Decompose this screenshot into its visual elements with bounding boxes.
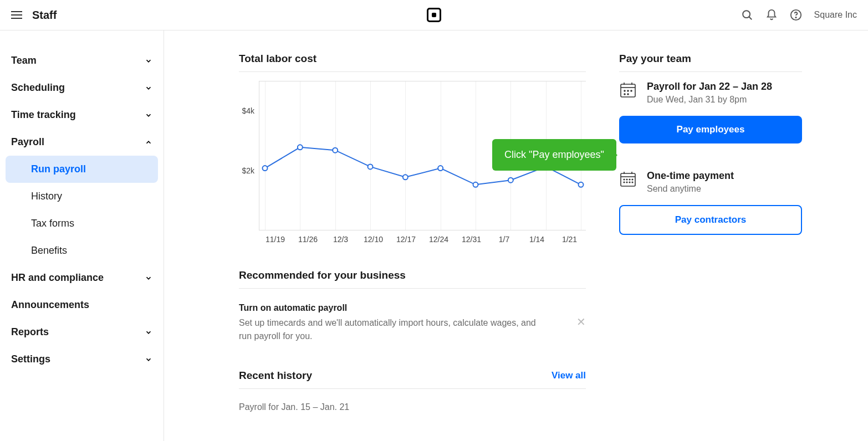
search-icon[interactable] [741, 9, 753, 21]
svg-point-32 [626, 182, 627, 183]
sidebar-item-payroll[interactable]: Payroll [6, 129, 158, 156]
recommendation-item[interactable]: Turn on automatic payroll Set up timecar… [239, 298, 586, 348]
chart-x-tick: 12/3 [324, 235, 357, 244]
sidebar-item-label: Announcements [11, 299, 89, 311]
view-all-link[interactable]: View all [552, 370, 586, 381]
topbar: Staff Square Inc [0, 0, 868, 30]
help-icon[interactable] [790, 9, 802, 21]
menu-icon[interactable] [11, 11, 22, 19]
chevron-up-icon [145, 139, 152, 146]
svg-point-22 [627, 94, 629, 95]
sidebar-item-label: Payroll [11, 136, 44, 148]
sidebar-subitem-history[interactable]: History [6, 183, 158, 210]
chart-x-tick: 12/24 [422, 235, 455, 244]
one-time-payment-card: One-time payment Send anytime [619, 170, 802, 194]
calendar-icon [619, 81, 637, 99]
svg-point-11 [508, 178, 513, 183]
chevron-down-icon [145, 274, 152, 282]
sidebar-item-settings[interactable]: Settings [6, 346, 158, 373]
sidebar-item-label: Scheduling [11, 82, 65, 94]
svg-point-20 [631, 90, 632, 91]
svg-point-28 [626, 179, 627, 180]
sidebar-item-label: HR and compliance [11, 272, 104, 284]
chevron-down-icon [145, 356, 152, 363]
sidebar-item-label: History [31, 191, 62, 202]
svg-point-6 [333, 148, 338, 153]
sidebar-item-label: Reports [11, 326, 49, 338]
sidebar: Team Scheduling Time tracking Payroll Ru… [0, 30, 164, 441]
svg-point-9 [438, 166, 443, 171]
sidebar-subitem-benefits[interactable]: Benefits [6, 237, 158, 264]
pay-your-team-title: Pay your team [619, 53, 802, 72]
sidebar-item-announcements[interactable]: Announcements [6, 291, 158, 319]
chart-x-tick: 12/31 [455, 235, 488, 244]
svg-point-34 [632, 182, 633, 183]
pay-contractors-button[interactable]: Pay contractors [619, 205, 802, 235]
chevron-down-icon [145, 57, 152, 65]
chart-x-tick: 12/17 [390, 235, 422, 244]
svg-point-19 [627, 90, 629, 91]
sidebar-item-label: Settings [11, 353, 50, 365]
sidebar-item-label: Team [11, 55, 37, 66]
svg-point-13 [579, 182, 584, 187]
svg-point-21 [624, 94, 625, 95]
sidebar-item-label: Benefits [31, 245, 67, 256]
square-logo-icon[interactable] [427, 8, 441, 22]
chevron-down-icon [145, 84, 152, 92]
svg-point-5 [298, 145, 303, 150]
sidebar-item-label: Run payroll [31, 163, 86, 175]
sidebar-subitem-run-payroll[interactable]: Run payroll [6, 156, 158, 183]
chart-y-tick: $2k [239, 166, 254, 175]
svg-point-3 [795, 17, 796, 18]
chevron-down-icon [145, 329, 152, 336]
recommendation-title: Turn on automatic payroll [239, 303, 543, 313]
chart-x-tick: 12/10 [357, 235, 390, 244]
svg-point-10 [473, 182, 478, 187]
sidebar-subitem-tax-forms[interactable]: Tax forms [6, 210, 158, 237]
total-labor-cost-title: Total labor cost [239, 53, 586, 72]
svg-point-30 [632, 179, 633, 180]
bell-icon[interactable] [765, 9, 778, 21]
page-section-title: Staff [32, 9, 57, 22]
svg-point-31 [624, 182, 625, 183]
payroll-card: Payroll for Jan 22 – Jan 28 Due Wed, Jan… [619, 81, 802, 105]
main-content: Total labor cost 11/1911/2612/312/1012/1… [164, 30, 868, 441]
svg-point-4 [263, 166, 268, 171]
recommendation-desc: Set up timecards and we'll automatically… [239, 316, 543, 343]
recommended-title: Recommended for your business [239, 269, 586, 289]
sidebar-item-label: Tax forms [31, 218, 74, 229]
pay-employees-button[interactable]: Pay employees [619, 116, 802, 143]
svg-point-8 [403, 175, 408, 180]
chart-x-tick: 1/21 [553, 235, 586, 244]
sidebar-item-scheduling[interactable]: Scheduling [6, 74, 158, 101]
sidebar-item-time-tracking[interactable]: Time tracking [6, 101, 158, 129]
chart-y-tick: $4k [239, 106, 254, 115]
one-time-payment-title: One-time payment [647, 170, 734, 182]
close-icon[interactable]: ✕ [576, 315, 586, 329]
tutorial-tooltip: Click "Pay employees" [492, 139, 616, 171]
one-time-payment-sub: Send anytime [647, 184, 734, 194]
svg-point-33 [629, 182, 630, 183]
account-name[interactable]: Square Inc [814, 10, 857, 20]
chevron-down-icon [145, 111, 152, 119]
sidebar-item-hr-compliance[interactable]: HR and compliance [6, 264, 158, 291]
chart-x-tick: 11/19 [259, 235, 292, 244]
history-row[interactable]: Payroll for Jan. 15 – Jan. 21 [239, 399, 586, 412]
svg-point-7 [368, 164, 373, 169]
svg-line-1 [749, 17, 752, 19]
sidebar-item-team[interactable]: Team [6, 47, 158, 74]
svg-point-29 [629, 179, 630, 180]
svg-point-27 [624, 179, 625, 180]
svg-point-18 [624, 90, 625, 91]
sidebar-item-reports[interactable]: Reports [6, 319, 158, 346]
recent-history-title: Recent history [239, 370, 312, 382]
chart-x-tick: 1/7 [488, 235, 520, 244]
payroll-due-text: Due Wed, Jan 31 by 8pm [647, 95, 772, 105]
payroll-period-title: Payroll for Jan 22 – Jan 28 [647, 81, 772, 93]
calendar-grid-icon [619, 170, 637, 188]
chart-x-tick: 11/26 [292, 235, 324, 244]
chart-x-tick: 1/14 [520, 235, 553, 244]
sidebar-item-label: Time tracking [11, 109, 76, 121]
svg-point-0 [743, 11, 750, 18]
